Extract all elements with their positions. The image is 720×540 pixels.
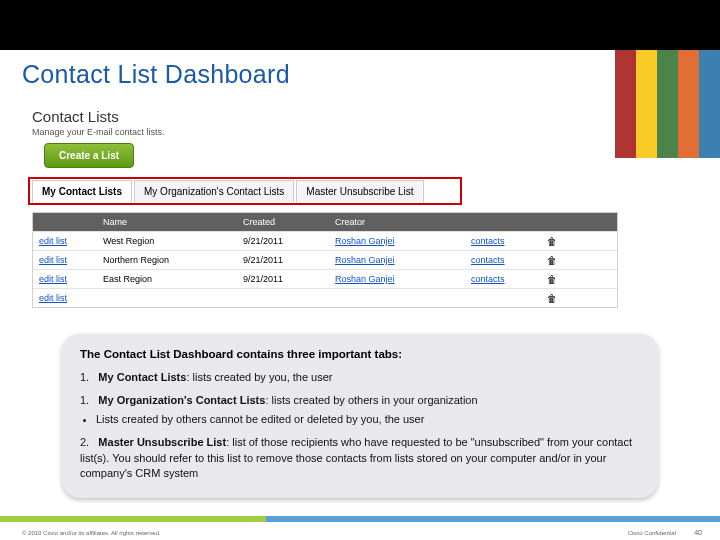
page-subtitle: Manage your E-mail contact lists. [32,127,618,137]
table-row: edit list Northern Region 9/21/2011 Rosh… [33,250,617,269]
footer-page-number: 40 [694,529,702,536]
trash-icon[interactable]: 🗑 [537,236,567,247]
info-callout: The Contact List Dashboard contains thre… [62,334,658,498]
table-row: edit list East Region 9/21/2011 Roshan G… [33,269,617,288]
edit-list-link[interactable]: edit list [33,293,103,303]
slide-title: Contact List Dashboard [22,60,290,89]
callout-subitem: Lists created by others cannot be edited… [96,412,640,427]
tab-org-contact-lists[interactable]: My Organization's Contact Lists [134,180,294,202]
trash-icon[interactable]: 🗑 [537,293,567,304]
trash-icon[interactable]: 🗑 [537,255,567,266]
callout-item-bold: My Organization's Contact Lists [98,394,265,406]
table-header-row: Name Created Creator [33,213,617,231]
callout-item-bold: Master Unsubscribe List [98,436,226,448]
table-header-created: Created [243,217,335,227]
table-row: edit list 🗑 [33,288,617,307]
contacts-link[interactable]: contacts [471,236,537,246]
cell-created: 9/21/2011 [243,255,335,265]
cell-creator[interactable]: Roshan Ganjei [335,255,471,265]
callout-item: 1. My Organization's Contact Lists: list… [80,393,640,427]
callout-item-bold: My Contact Lists [98,371,186,383]
app-screenshot: Contact Lists Manage your E-mail contact… [32,108,618,308]
contacts-link[interactable]: contacts [471,274,537,284]
callout-item-number: 1. [80,394,89,406]
cell-name: Northern Region [103,255,243,265]
cell-created: 9/21/2011 [243,274,335,284]
edit-list-link[interactable]: edit list [33,274,103,284]
callout-item-number: 2. [80,436,89,448]
callout-title: The Contact List Dashboard contains thre… [80,346,640,362]
callout-item-number: 1. [80,371,89,383]
top-black-band [0,0,720,50]
callout-item-rest: : lists created by you, the user [186,371,332,383]
page-heading: Contact Lists [32,108,618,125]
contacts-link[interactable]: contacts [471,255,537,265]
cell-creator[interactable]: Roshan Ganjei [335,236,471,246]
callout-item-rest: : lists created by others in your organi… [265,394,477,406]
cell-creator[interactable]: Roshan Ganjei [335,274,471,284]
tab-master-unsubscribe[interactable]: Master Unsubscribe List [296,180,423,202]
table-header-name: Name [103,217,243,227]
contact-list-table: Name Created Creator edit list West Regi… [32,212,618,308]
footer-confidential: Cisco Confidential [628,530,676,536]
tabs-container: My Contact Lists My Organization's Conta… [32,180,618,212]
table-row: edit list West Region 9/21/2011 Roshan G… [33,231,617,250]
cell-name: East Region [103,274,243,284]
trash-icon[interactable]: 🗑 [537,274,567,285]
callout-item: 2. Master Unsubscribe List: list of thos… [80,435,640,481]
decorative-photo-strip [615,50,720,158]
cell-name: West Region [103,236,243,246]
edit-list-link[interactable]: edit list [33,236,103,246]
table-header-creator: Creator [335,217,471,227]
tab-my-contact-lists[interactable]: My Contact Lists [32,180,132,202]
cell-created: 9/21/2011 [243,236,335,246]
create-list-button[interactable]: Create a List [44,143,134,168]
footer-copyright: © 2010 Cisco and/or its affiliates. All … [22,530,161,536]
callout-item: 1. My Contact Lists: lists created by yo… [80,370,640,385]
footer-accent-bar [0,516,720,522]
edit-list-link[interactable]: edit list [33,255,103,265]
